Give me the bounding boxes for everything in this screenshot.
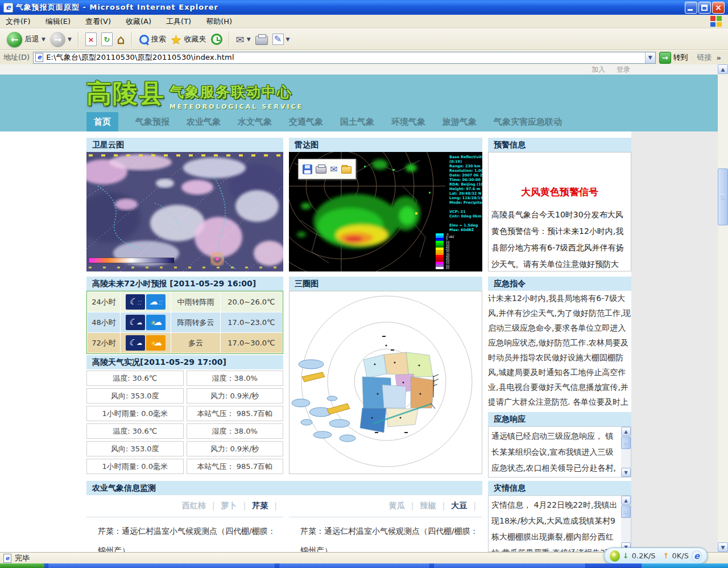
- edit-button[interactable]: ✎ ▼: [272, 34, 290, 45]
- response-scrollbar[interactable]: ▲ ▼: [621, 427, 631, 477]
- agri-tab[interactable]: 萝卜: [221, 501, 253, 511]
- nav-item-home[interactable]: 首页: [86, 112, 118, 131]
- go-arrow-icon: →: [659, 52, 671, 64]
- nav-item[interactable]: 交通气象: [289, 117, 323, 127]
- favorites-button[interactable]: ★ 收藏夹: [171, 32, 206, 47]
- nav-item[interactable]: 气象灾害应急联动: [494, 117, 562, 127]
- taskbar-button[interactable]: [48, 563, 275, 568]
- refresh-button[interactable]: ↻: [101, 32, 113, 46]
- radar-info-line: Base Reflectivity: [449, 155, 482, 159]
- forecast-desc: 多云: [171, 333, 220, 353]
- forward-button[interactable]: → ▼: [50, 32, 72, 47]
- radar-info-line: (0:19): [449, 159, 482, 164]
- disaster-panel: 灾情信息， 4月22日晚22时,我镇出现18米/秒大风,大风造成我镇某村9栋大棚…: [488, 495, 631, 552]
- taskbar-edge[interactable]: [0, 563, 728, 568]
- scrollbar-thumb[interactable]: [621, 505, 631, 518]
- nav-item[interactable]: 水文气象: [238, 117, 272, 127]
- response-section-header: 应急响应: [488, 412, 631, 426]
- weather-cell: 温度: 30.6℃: [86, 371, 184, 386]
- nav-item[interactable]: 农业气象: [187, 117, 221, 127]
- agri-tab[interactable]: 黄瓜: [389, 501, 420, 511]
- scrollbar-thumb[interactable]: [718, 168, 728, 225]
- address-label: 地址(D): [3, 52, 30, 63]
- ie-image-toolbar: ✉: [298, 159, 356, 179]
- back-label: 后退: [24, 34, 39, 44]
- address-input[interactable]: e E:\气象台\原型20110530\原型20110530\index.htm…: [33, 52, 655, 64]
- scroll-up-icon[interactable]: ▲: [621, 427, 631, 436]
- minimize-button[interactable]: [685, 2, 697, 14]
- menu-item[interactable]: 工具(T): [166, 17, 191, 26]
- taskbar-button[interactable]: [279, 563, 430, 568]
- history-button[interactable]: [211, 34, 222, 45]
- agri-tab[interactable]: 芹菜: [252, 501, 283, 511]
- scroll-up-icon[interactable]: ▲: [621, 496, 631, 505]
- scrollbar-thumb[interactable]: [621, 437, 631, 449]
- radar-info-line: Time: 06:30:00: [449, 178, 482, 182]
- print-image-icon[interactable]: [316, 166, 326, 174]
- agri-tab[interactable]: 辣椒: [420, 501, 452, 511]
- nav-item[interactable]: 环境气象: [391, 117, 425, 127]
- mail-button[interactable]: ✉ ▼: [236, 34, 251, 46]
- login-link[interactable]: 登录: [617, 65, 630, 75]
- nav-item[interactable]: 国土气象: [340, 117, 374, 127]
- stop-button[interactable]: ×: [85, 32, 97, 46]
- print-button[interactable]: [255, 34, 268, 45]
- download-speed: 0.2K/S: [632, 551, 656, 560]
- scroll-down-icon[interactable]: ▼: [621, 468, 631, 477]
- links-more-chevron[interactable]: »: [717, 53, 721, 62]
- disaster-section-header: 灾情信息: [488, 481, 631, 495]
- main-scrollbar[interactable]: ▲ ▼: [718, 64, 728, 552]
- home-button[interactable]: ⌂: [117, 32, 125, 47]
- links-label[interactable]: 链接: [697, 52, 712, 63]
- upload-speed: 0K/S: [672, 551, 689, 560]
- my-pictures-folder-icon[interactable]: [341, 166, 351, 174]
- logo-county-name: 高陵县: [86, 79, 165, 108]
- weather-row: 温度: 30.6℃ 湿度：38.0%: [86, 371, 283, 386]
- title-bar: e 气象预报页面原型 - Microsoft Internet Explorer…: [0, 0, 728, 15]
- ie-page-icon: e: [3, 554, 11, 563]
- nav-item[interactable]: 气象预报: [135, 117, 169, 127]
- agri-text-right: 芹菜：通远仁村温室小气候观测点（四代棚/棚膜：锦州产）: [300, 521, 483, 552]
- menu-item[interactable]: 文件(F): [6, 17, 31, 26]
- restore-icon: [701, 5, 708, 11]
- address-dropdown-button[interactable]: ▼: [645, 52, 655, 63]
- agri-divider: [289, 517, 482, 517]
- back-button[interactable]: ← 后退 ▼: [7, 32, 46, 47]
- start-button-edge[interactable]: [0, 563, 44, 568]
- save-image-icon[interactable]: [303, 164, 312, 174]
- menu-item[interactable]: 收藏(A): [126, 17, 151, 26]
- chevron-down-icon[interactable]: ▼: [247, 36, 251, 42]
- weather-row: 风向: 353.0度 风力: 0.9米/秒: [86, 441, 283, 456]
- agri-tab[interactable]: 大豆: [451, 501, 482, 511]
- scroll-up-icon[interactable]: ▲: [718, 64, 728, 74]
- chevron-down-icon[interactable]: ▼: [68, 36, 72, 42]
- mail-image-icon[interactable]: ✉: [330, 164, 337, 175]
- go-button[interactable]: → 转到: [659, 52, 688, 64]
- nav-item[interactable]: 旅游气象: [442, 117, 477, 127]
- join-link[interactable]: 加入: [592, 65, 605, 75]
- taskbar-button[interactable]: [433, 563, 586, 568]
- menu-item[interactable]: 查看(V): [85, 17, 111, 26]
- weather-cell: 1小时雨量: 0.0毫米: [86, 459, 184, 474]
- agri-tab[interactable]: 西红柿: [182, 501, 221, 511]
- radar-info-line: Range: 230 km: [449, 164, 482, 168]
- radar-image[interactable]: ✉ Base Reflectivity(0:19)Range: 230 kmRe…: [289, 152, 482, 271]
- scroll-down-icon[interactable]: ▼: [718, 542, 728, 552]
- menu-item[interactable]: 帮助(H): [206, 17, 232, 26]
- menu-item[interactable]: 编辑(E): [46, 17, 71, 26]
- close-button[interactable]: ×: [712, 2, 725, 14]
- threecircle-map-panel[interactable]: [289, 291, 482, 474]
- radar-section-header: 雷达图: [289, 138, 482, 152]
- chevron-down-icon[interactable]: ▼: [286, 36, 290, 42]
- disaster-scrollbar[interactable]: ▲ ▼: [621, 496, 631, 551]
- net-speed-widget[interactable]: ↓ 0.2K/S ↑ 0K/S e: [604, 548, 708, 564]
- chevron-down-icon[interactable]: ▼: [42, 36, 46, 42]
- download-arrow-icon: ↓: [623, 551, 629, 560]
- search-button[interactable]: 搜索: [139, 34, 166, 44]
- directive-section-header: 应急指令: [488, 277, 631, 291]
- threecircle-map-graphic: [289, 291, 482, 474]
- ie-app-icon: e: [3, 3, 13, 13]
- maximize-button[interactable]: [698, 2, 711, 14]
- radar-info-line: VCP: 21: [449, 209, 482, 214]
- satellite-cloud-image[interactable]: [86, 152, 283, 271]
